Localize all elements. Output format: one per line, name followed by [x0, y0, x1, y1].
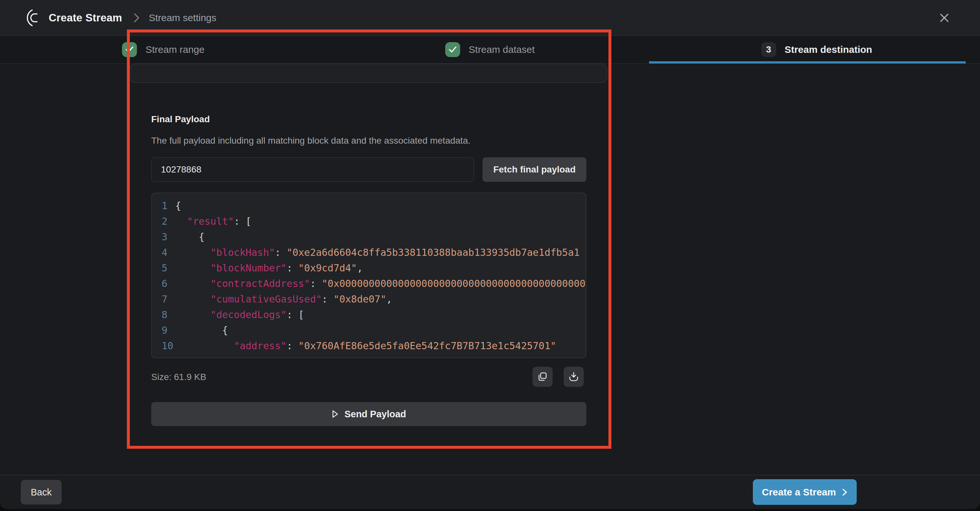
line-number: 8	[152, 307, 175, 323]
line-number: 4	[152, 245, 175, 260]
create-stream-button[interactable]: Create a Stream	[753, 479, 857, 505]
payload-size-label: Size: 61.9 KB	[151, 372, 206, 382]
download-icon	[568, 371, 579, 382]
code-line-content: "blockNumber": "0x9cd7d4",	[175, 260, 586, 276]
code-line-content: "contractAddress": "0x000000000000000000…	[175, 276, 586, 292]
back-button[interactable]: Back	[21, 480, 62, 505]
code-line-content: {	[175, 323, 586, 338]
code-line: 7 "cumulativeGasUsed": "0x8de07",	[152, 292, 586, 307]
line-number: 9	[152, 323, 175, 338]
send-payload-button[interactable]: Send Payload	[151, 402, 586, 426]
code-line: 8 "decodedLogs": [	[152, 307, 586, 323]
fetch-final-payload-button[interactable]: Fetch final payload	[482, 157, 586, 182]
send-payload-label: Send Payload	[344, 409, 406, 420]
final-payload-title: Final Payload	[151, 114, 210, 124]
copy-payload-button[interactable]	[533, 367, 553, 387]
code-line-content: "address": "0x760AfE86e5de5fa0Ee542fc7B7…	[175, 338, 586, 354]
code-line: 2 "result": [	[152, 214, 586, 229]
code-line: 1{	[152, 198, 586, 214]
copy-icon	[538, 371, 548, 382]
line-number: 7	[152, 292, 175, 307]
chevron-right-icon	[842, 487, 848, 497]
breadcrumb: Stream settings	[149, 12, 216, 23]
code-line: 10 "address": "0x760AfE86e5de5fa0Ee542fc…	[152, 338, 586, 354]
code-line-content: {	[175, 198, 586, 214]
code-line-content: "cumulativeGasUsed": "0x8de07",	[175, 292, 586, 307]
line-number: 2	[152, 214, 175, 229]
download-payload-button[interactable]	[564, 367, 584, 387]
create-stream-modal: Create Stream Stream settings Stream ran…	[0, 0, 980, 509]
step-number-badge: 3	[761, 42, 776, 57]
page-title: Create Stream	[49, 12, 122, 24]
line-number: 5	[152, 260, 175, 276]
code-line: 9 {	[152, 323, 586, 338]
line-number: 3	[152, 229, 175, 245]
line-number: 6	[152, 276, 175, 292]
code-line-content: "result": [	[175, 214, 586, 229]
block-number-input[interactable]	[151, 157, 474, 182]
payload-code-viewer[interactable]: 1{2 "result": [3 {4 "blockHash": "0xe2a6…	[151, 193, 586, 358]
create-stream-label: Create a Stream	[762, 487, 836, 498]
code-line-content: {	[175, 229, 586, 245]
step-stream-destination[interactable]: 3 Stream destination	[653, 36, 980, 63]
final-payload-description: The full payload including all matching …	[151, 135, 471, 146]
active-step-underline	[649, 61, 966, 63]
code-line: 6 "contractAddress": "0x0000000000000000…	[152, 276, 586, 292]
code-line: 5 "blockNumber": "0x9cd7d4",	[152, 260, 586, 276]
stream-logo-icon	[25, 9, 41, 27]
footer-bar: Back Create a Stream	[0, 474, 980, 509]
code-line: 3 {	[152, 229, 586, 245]
code-lines: 1{2 "result": [3 {4 "blockHash": "0xe2a6…	[152, 198, 586, 354]
code-line-content: "decodedLogs": [	[175, 307, 586, 323]
play-icon	[331, 409, 339, 419]
close-icon[interactable]	[934, 8, 955, 28]
breadcrumb-chevron-icon	[133, 12, 140, 23]
code-line: 4 "blockHash": "0xe2a6d6604c8ffa5b338110…	[152, 245, 586, 260]
line-number: 10	[152, 338, 175, 354]
code-line-content: "blockHash": "0xe2a6d6604c8ffa5b33811038…	[175, 245, 586, 260]
step-label: Stream destination	[785, 44, 872, 55]
line-number: 1	[152, 198, 175, 214]
